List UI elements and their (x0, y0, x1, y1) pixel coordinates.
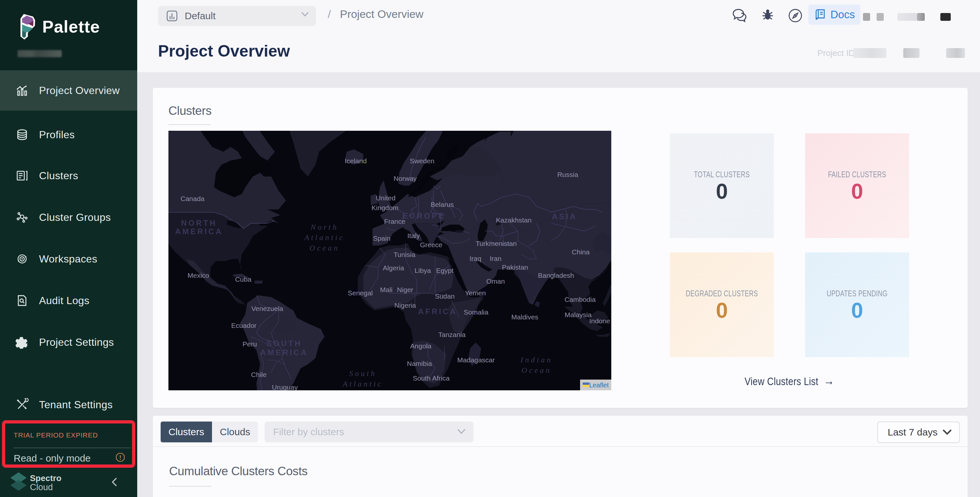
svg-text:AMERICA: AMERICA (261, 348, 308, 357)
svg-text:United: United (376, 194, 396, 202)
svg-text:Oman: Oman (486, 277, 504, 285)
svg-text:South: South (349, 369, 377, 378)
svg-text:Leaflet: Leaflet (589, 382, 609, 389)
svg-text:Ocean: Ocean (310, 244, 340, 252)
svg-text:SOUTH: SOUTH (267, 339, 302, 348)
svg-text:Sweden: Sweden (410, 157, 434, 164)
svg-text:Kingdom: Kingdom (372, 204, 399, 212)
svg-text:Sudan: Sudan (435, 292, 455, 300)
svg-text:Angola: Angola (410, 342, 431, 350)
svg-text:Peru: Peru (243, 340, 257, 348)
svg-text:Nigeria: Nigeria (395, 301, 416, 309)
svg-text:Atlantic: Atlantic (342, 379, 383, 388)
svg-text:ASIA: ASIA (552, 212, 577, 221)
svg-text:Norway: Norway (393, 175, 417, 182)
svg-text:South Africa: South Africa (413, 374, 450, 382)
svg-text:EUROPE: EUROPE (402, 212, 445, 220)
svg-text:Greece: Greece (420, 241, 442, 248)
svg-text:China: China (572, 248, 590, 256)
svg-text:Egypt: Egypt (436, 267, 453, 274)
svg-text:Ecuador: Ecuador (231, 322, 256, 329)
svg-text:Chile: Chile (251, 371, 267, 378)
svg-text:Italy: Italy (407, 232, 420, 239)
svg-text:Kazakhstan: Kazakhstan (496, 216, 531, 224)
svg-text:North: North (310, 223, 339, 231)
svg-text:Maldives: Maldives (511, 313, 538, 321)
svg-text:Malaysia: Malaysia (565, 311, 592, 319)
svg-text:Pakistan: Pakistan (502, 263, 528, 271)
svg-text:Mali: Mali (380, 286, 393, 293)
svg-text:Iran: Iran (490, 255, 501, 262)
svg-text:Spain: Spain (373, 234, 390, 242)
svg-text:Madagascar: Madagascar (457, 356, 495, 364)
svg-text:Mexico: Mexico (188, 272, 209, 279)
svg-text:Somalia: Somalia (464, 308, 488, 316)
svg-text:France: France (384, 218, 405, 225)
svg-text:NORTH: NORTH (181, 218, 217, 227)
svg-text:Ocean: Ocean (522, 366, 552, 374)
svg-text:AFRICA: AFRICA (418, 307, 458, 316)
svg-text:Libya: Libya (415, 267, 431, 274)
svg-text:Venezuela: Venezuela (251, 305, 283, 312)
svg-text:Niger: Niger (397, 286, 413, 293)
svg-text:Algeria: Algeria (383, 264, 404, 272)
svg-text:Cambodia: Cambodia (565, 296, 596, 303)
svg-text:Belarus: Belarus (431, 201, 453, 208)
svg-text:Iraq: Iraq (469, 255, 481, 262)
svg-text:Indian: Indian (520, 355, 553, 364)
svg-text:Namibia: Namibia (407, 360, 432, 367)
svg-text:Ocean: Ocean (348, 389, 378, 390)
svg-text:Tanzania: Tanzania (438, 331, 466, 338)
svg-text:Cuba: Cuba (235, 276, 252, 283)
svg-text:Bangladesh: Bangladesh (538, 272, 574, 279)
svg-text:Iceland: Iceland (345, 157, 367, 164)
svg-text:Uruguay: Uruguay (272, 384, 298, 390)
svg-text:Canada: Canada (180, 195, 205, 202)
svg-text:Indone: Indone (589, 317, 610, 325)
svg-text:Atlantic: Atlantic (304, 233, 345, 242)
svg-text:Turkmenistan: Turkmenistan (476, 240, 517, 247)
svg-text:Russia: Russia (557, 171, 578, 178)
svg-text:Yemen: Yemen (465, 289, 486, 296)
svg-text:Senegal: Senegal (348, 289, 372, 296)
svg-text:AMERICA: AMERICA (175, 227, 223, 236)
svg-text:Tunisia: Tunisia (394, 251, 415, 258)
